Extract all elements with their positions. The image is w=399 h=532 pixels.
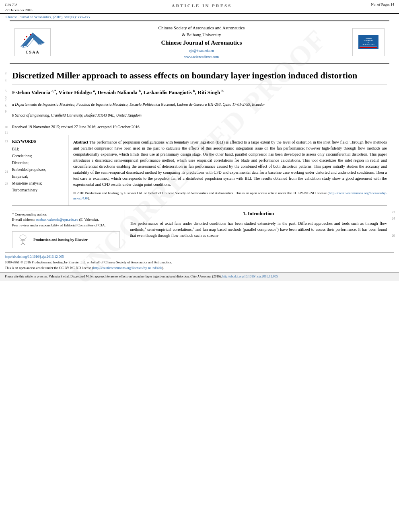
keywords-col: KEYWORDS BLI; Correlations; Distortion; … bbox=[12, 135, 68, 205]
bottom-openaccess: This is an open access article under the… bbox=[5, 266, 164, 270]
affiliation-b: b School of Engineering, Cranfield Unive… bbox=[12, 110, 387, 121]
affiliation-a: a Departamento de Ingeniería Mecánica, F… bbox=[12, 99, 387, 110]
journal-subtitle-bar: Chinese Journal of Aeronautics, (2016), … bbox=[0, 14, 399, 20]
line-num-4: 4 bbox=[5, 79, 6, 82]
cja-number: CJA 738 bbox=[5, 2, 32, 8]
line-num-22: 22 bbox=[5, 182, 8, 186]
received-section: 10 11 Received 19 November 2015; revised… bbox=[12, 122, 387, 131]
society-name: Chinese Society of Aeronautics and Astro… bbox=[55, 25, 348, 38]
citation-year: (2016), bbox=[212, 275, 222, 278]
svg-point-4 bbox=[30, 34, 31, 35]
intro-col: 23 24 29 1. Introduction The performance… bbox=[125, 210, 387, 249]
keyword-7: Turbomachinery bbox=[12, 187, 64, 194]
line-num-10: 10 bbox=[5, 125, 8, 129]
line-num-9: 9 bbox=[5, 110, 6, 113]
article-in-press-label: ARTICLE IN PRESS bbox=[172, 2, 232, 8]
abstract-copyright: © 2016 Production and hosting by Elsevie… bbox=[73, 191, 387, 201]
authors-list: Esteban Valencia a,*, Víctor Hidalgo a, … bbox=[12, 88, 387, 97]
keyword-2: Correlations; bbox=[12, 153, 64, 160]
keyword-6: Mean-line analysis; bbox=[12, 180, 64, 187]
journal-subtitle[interactable]: Chinese Journal of Aeronautics, (2016), … bbox=[6, 15, 90, 19]
corresponding-author: * Corresponding author. bbox=[12, 212, 120, 218]
bottom-bar: http://dx.doi.org/10.1016/j.cja.2016.12.… bbox=[5, 252, 394, 272]
email-line: E-mail address: esteban.valencia@epn.edu… bbox=[12, 217, 120, 223]
keyword-3: Distortion; bbox=[12, 160, 64, 166]
article-title-section: 3 4 Discretized Miller approach to asses… bbox=[12, 64, 387, 84]
svg-rect-12 bbox=[360, 47, 377, 48]
top-bar: CJA 738 22 December 2016 ARTICLE IN PRES… bbox=[0, 0, 399, 14]
citation-text: Please cite this article in press as: Va… bbox=[5, 275, 189, 278]
journal-email[interactable]: cja@buaa.edu.cn bbox=[189, 49, 214, 53]
abstract-section: KEYWORDS BLI; Correlations; Distortion; … bbox=[12, 135, 387, 206]
journal-title-block: Chinese Society of Aeronautics and Astro… bbox=[55, 25, 348, 60]
line-num-11: 11 bbox=[5, 131, 8, 135]
journal-website[interactable]: www.sciencedirect.com bbox=[184, 55, 219, 59]
citation-journal: Chin J Aeronaut bbox=[190, 275, 211, 278]
abstract-keywords-wrapper: 13 21 22 KEYWORDS BLI; Correlations; Dis… bbox=[12, 135, 387, 206]
line-num-21: 21 bbox=[5, 170, 8, 174]
page-count: No. of Pages 14 bbox=[371, 2, 395, 6]
svg-point-3 bbox=[26, 36, 27, 37]
journal-links: cja@buaa.edu.cn www.sciencedirect.com bbox=[55, 48, 348, 60]
elsevier-footer-text: Production and hosting by Elsevier bbox=[33, 237, 88, 243]
bottom-cc-link[interactable]: http://creativecommons.org/licenses/by-n… bbox=[93, 266, 162, 270]
doi-link[interactable]: http://dx.doi.org/10.1016/j.cja.2016.12.… bbox=[5, 255, 64, 259]
csaa-text: CSAA bbox=[25, 50, 39, 54]
lower-section: * Corresponding author. E-mail address: … bbox=[12, 210, 387, 249]
line-num-23: 23 bbox=[392, 210, 395, 215]
journal-name: Chinese Journal of Aeronautics bbox=[55, 39, 348, 46]
abstract-text: The performance of propulsion configurat… bbox=[73, 140, 387, 187]
line-num-5: 5 bbox=[5, 89, 6, 93]
author-email[interactable]: esteban.valencia@epn.edu.ec bbox=[35, 218, 78, 222]
intro-title: 1. Introduction bbox=[130, 210, 387, 217]
elsevier-footer-logo: Production and hosting by Elsevier bbox=[12, 231, 120, 248]
svg-point-5 bbox=[24, 39, 25, 40]
citation-doi[interactable]: http://dx.doi.org/10.1016/j.cja.2016.12.… bbox=[222, 275, 278, 278]
cc-license-link[interactable]: http://creativecommons.org/licenses/by-n… bbox=[73, 191, 387, 201]
keywords-title: KEYWORDS bbox=[12, 139, 64, 144]
bottom-copyright: 1000-9361 © 2016 Production and hosting … bbox=[5, 260, 172, 264]
main-content: 3 4 Discretized Miller approach to asses… bbox=[0, 64, 399, 248]
footnotes-col: * Corresponding author. E-mail address: … bbox=[12, 210, 125, 249]
citation-bar: Please cite this article in press as: Va… bbox=[0, 272, 399, 281]
svg-text:JOURNAL: JOURNAL bbox=[364, 39, 374, 41]
authors-section: 5 6 Esteban Valencia a,*, Víctor Hidalgo… bbox=[12, 84, 387, 98]
svg-text:AERONAUTICS: AERONAUTICS bbox=[362, 43, 374, 45]
line-num-7: 7 bbox=[5, 99, 6, 102]
csaa-logo: CSAA bbox=[14, 28, 51, 56]
line-num-24: 24 bbox=[392, 216, 395, 221]
keyword-1: BLI; bbox=[12, 146, 64, 153]
keyword-4: Embedded propulsors; bbox=[12, 166, 64, 173]
peer-review-note: Peer review under responsibility of Edit… bbox=[12, 223, 120, 228]
intro-text: The performance of axial fans under dist… bbox=[130, 220, 387, 238]
line-num-3: 3 bbox=[5, 72, 6, 75]
article-title: Discretized Miller approach to assess ef… bbox=[12, 70, 387, 82]
publish-date: 22 December 2016 bbox=[5, 8, 32, 13]
journal-header: CSAA Chinese Society of Aeronautics and … bbox=[10, 21, 389, 64]
line-num-13: 13 bbox=[5, 140, 8, 143]
received-dates: Received 19 November 2015; revised 27 Ju… bbox=[12, 125, 387, 129]
line-num-8: 8 bbox=[5, 104, 6, 108]
abstract-label: Abstract bbox=[73, 140, 88, 144]
abstract-col: Abstract The performance of propulsion c… bbox=[68, 135, 387, 205]
top-bar-left: CJA 738 22 December 2016 bbox=[5, 2, 32, 12]
affiliations-section: 7 8 9 a Departamento de Ingeniería Mecán… bbox=[12, 98, 387, 122]
keyword-5: Empirical; bbox=[12, 173, 64, 180]
elsevier-logo: CHINESE JOURNAL OF AERONAUTICS bbox=[352, 28, 385, 56]
line-num-29: 29 bbox=[392, 234, 395, 238]
keywords-list: BLI; Correlations; Distortion; Embedded … bbox=[12, 146, 64, 194]
